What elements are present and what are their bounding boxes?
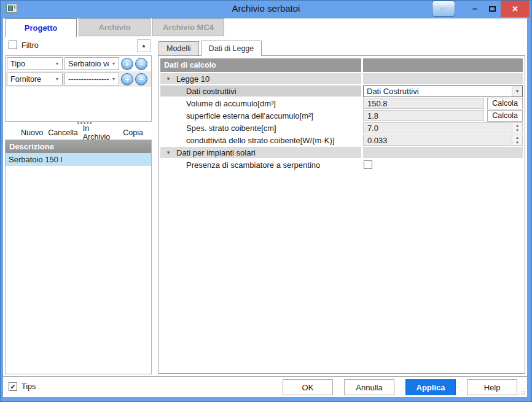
chevron-down-icon: ▼ <box>512 86 522 97</box>
fornitore-field-select[interactable]: Fornitore ▼ <box>7 73 63 85</box>
dati-costruttivi-select[interactable]: Dati Costruttivi ▼ <box>363 85 523 97</box>
chevron-down-icon: ▼ <box>52 77 62 81</box>
minimize-button[interactable]: – <box>466 1 483 17</box>
resize-window-button[interactable]: ⇔ <box>432 1 455 17</box>
right-panel: Modelli Dati di Legge Dati di calcolo ▾ <box>158 37 525 376</box>
fornitore-value-select[interactable]: ------------------ ▼ <box>65 73 119 85</box>
group-row-legge10[interactable]: ▾ Legge 10 <box>160 73 523 84</box>
group-label: Legge 10 <box>176 74 209 84</box>
property-label[interactable]: Dati costruttivi <box>160 85 361 97</box>
add-filter-button[interactable]: + <box>121 73 133 85</box>
left-panel: Filtro ▲ Tipo ▼ Serbatoio vert ▼ <box>5 37 152 376</box>
add-filter-button[interactable]: + <box>121 58 133 70</box>
superficie-input[interactable]: 1.8 <box>363 110 484 121</box>
volume-input[interactable]: 150.8 <box>363 98 484 109</box>
spin-up-icon[interactable]: ▲ <box>512 123 522 128</box>
filtro-checkbox[interactable] <box>9 41 17 49</box>
grid-header-label: Dati di calcolo <box>160 58 361 72</box>
ok-button[interactable]: OK <box>283 379 333 395</box>
nuovo-button[interactable]: Nuovo <box>18 127 45 138</box>
annulla-button[interactable]: Annulla <box>344 379 394 395</box>
property-row-superficie: superficie esterna dell'accumulo[m²] 1.8… <box>160 110 523 121</box>
property-row-volume: Volume di accumulo[dm³] 150.8 Calcola <box>160 98 523 109</box>
tips-checkbox[interactable]: ✓ <box>9 382 17 391</box>
minimize-icon: – <box>472 6 477 12</box>
filter-box: Tipo ▼ Serbatoio vert ▼ + − Fornitore <box>5 55 152 122</box>
spin-down-icon[interactable]: ▼ <box>512 140 522 145</box>
property-row-conduttivita: conduttività dello strato coibente[W/(m·… <box>160 135 523 146</box>
close-icon: ✕ <box>512 4 518 14</box>
tab-modelli[interactable]: Modelli <box>158 41 199 56</box>
splitter-dots-icon <box>77 122 79 124</box>
fornitore-value: ------------------ <box>65 75 109 84</box>
main-tab-strip: Progetto Archivio Archivio MC4 <box>3 18 527 37</box>
tab-progetto[interactable]: Progetto <box>5 18 77 37</box>
property-grid-panel: Dati di calcolo ▾ Legge 10 <box>158 55 525 374</box>
collapse-filter-button[interactable]: ▲ <box>137 39 151 52</box>
content-area: Filtro ▲ Tipo ▼ Serbatoio vert ▼ <box>3 37 527 376</box>
group-label: Dati per impianti solari <box>176 148 256 157</box>
filter-row-tipo: Tipo ▼ Serbatoio vert ▼ + − <box>6 56 151 71</box>
grid-header-value <box>363 58 523 72</box>
tank-list: Descrizione Serbatoio 150 l <box>5 140 152 374</box>
calcola-volume-button[interactable]: Calcola <box>487 98 523 109</box>
spin-up-icon[interactable]: ▲ <box>512 135 522 140</box>
collapse-up-icon: ▲ <box>141 43 146 49</box>
property-label[interactable]: Volume di accumulo[dm³] <box>160 98 361 109</box>
resize-grip-icon[interactable] <box>518 388 525 395</box>
window-controls: ⇔ – ✕ <box>432 1 530 17</box>
property-row-scambiatore: Presenza di scambiatore a serpentino <box>160 159 523 170</box>
chevron-expanded-icon[interactable]: ▾ <box>160 149 176 156</box>
horizontal-splitter[interactable] <box>5 122 152 125</box>
filter-header: Filtro ▲ <box>5 39 152 53</box>
group-value-spacer <box>363 73 523 84</box>
spin-down-icon[interactable]: ▼ <box>512 128 522 133</box>
close-button[interactable]: ✕ <box>501 1 530 17</box>
copia-button[interactable]: Copia <box>120 127 146 138</box>
detail-tab-strip: Modelli Dati di Legge <box>158 41 264 56</box>
spessore-input[interactable]: 7.0 <box>363 122 512 133</box>
vertical-splitter[interactable] <box>153 203 157 221</box>
tab-archivio-mc4[interactable]: Archivio MC4 <box>152 18 224 36</box>
tipo-field-value: Tipo <box>7 60 52 68</box>
resize-arrows-icon: ⇔ <box>439 3 448 14</box>
chevron-down-icon: ▼ <box>109 77 119 81</box>
calcola-superficie-button[interactable]: Calcola <box>487 110 523 122</box>
property-label[interactable]: Presenza di scambiatore a serpentino <box>160 159 361 170</box>
tab-dati-di-legge[interactable]: Dati di Legge <box>201 41 262 57</box>
dialog-body: Progetto Archivio Archivio MC4 Filtro ▲ … <box>3 18 527 397</box>
cancella-button[interactable]: Cancella <box>45 127 80 138</box>
maximize-button[interactable] <box>483 1 501 17</box>
remove-filter-button[interactable]: − <box>135 58 147 70</box>
property-label[interactable]: Spes. strato coibente[cm] <box>160 122 361 133</box>
chevron-expanded-icon[interactable]: ▾ <box>160 76 176 82</box>
tipo-value: Serbatoio vert <box>65 60 109 68</box>
fornitore-field-value: Fornitore <box>7 75 52 84</box>
remove-filter-button[interactable]: − <box>135 73 147 85</box>
grid-rows: ▾ Legge 10 Dati costruttivi Dati Costrut… <box>160 73 523 170</box>
tips-label: Tips <box>22 382 36 391</box>
list-toolbar: Nuovo Cancella In Archivio Copia <box>5 126 152 140</box>
conduttivita-input[interactable]: 0.033 <box>363 135 512 146</box>
list-item[interactable]: Serbatoio 150 l <box>6 153 151 166</box>
tab-archivio[interactable]: Archivio <box>79 18 151 36</box>
list-header-descrizione: Descrizione <box>6 140 151 153</box>
footer-bar: ✓ Tips OK Annulla Applica Help <box>3 376 527 397</box>
group-row-impianti-solari[interactable]: ▾ Dati per impianti solari <box>160 147 523 158</box>
conduttivita-stepper: ▲ ▼ <box>512 135 523 146</box>
scambiatore-checkbox[interactable] <box>364 160 372 169</box>
group-value-spacer <box>363 147 523 158</box>
property-row-spessore: Spes. strato coibente[cm] 7.0 ▲ ▼ <box>160 122 523 133</box>
applica-button[interactable]: Applica <box>405 379 456 395</box>
property-label[interactable]: superficie esterna dell'accumulo[m²] <box>160 110 361 121</box>
chevron-down-icon: ▼ <box>52 61 62 66</box>
help-button[interactable]: Help <box>467 379 517 395</box>
filtro-label: Filtro <box>22 41 39 50</box>
tipo-value-select[interactable]: Serbatoio vert ▼ <box>65 57 119 70</box>
property-label[interactable]: conduttività dello strato coibente[W/(m·… <box>160 135 361 146</box>
property-row-dati-costruttivi: Dati costruttivi Dati Costruttivi ▼ <box>160 85 523 97</box>
tipo-field-select[interactable]: Tipo ▼ <box>7 57 63 70</box>
titlebar: Archivio serbatoi ⇔ – ✕ <box>0 0 532 18</box>
grid-header-row: Dati di calcolo <box>160 58 523 72</box>
dialog-window: Archivio serbatoi ⇔ – ✕ Progetto Archivi… <box>0 0 532 402</box>
